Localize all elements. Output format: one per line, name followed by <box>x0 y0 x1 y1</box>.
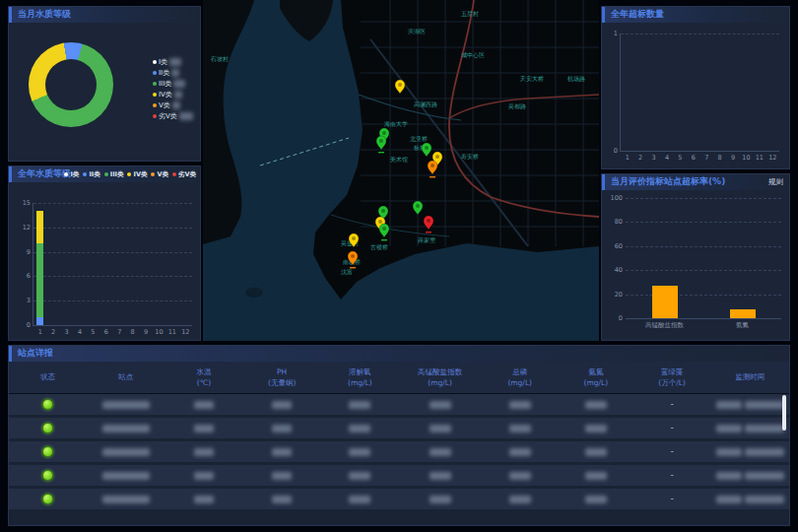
legend-dot <box>153 114 157 118</box>
redacted-value <box>430 496 451 503</box>
algae-value: - <box>671 400 674 409</box>
redacted-value <box>272 401 292 409</box>
map-label: 北亚桥 <box>410 135 428 143</box>
col-dissolved-oxygen: 溶解氧(mg/L) <box>321 366 399 389</box>
legend-item[interactable]: I类 <box>64 167 79 182</box>
redacted-value <box>509 496 531 503</box>
redacted-value <box>272 496 292 503</box>
redacted-time <box>745 425 784 432</box>
panel-station-report: 站点详报 状态 站点 水温(℃) PH(无量纲) 溶解氧(mg/L) 高锰酸盐指… <box>8 345 790 526</box>
year-grade-title: 全年水质等级 <box>18 168 71 178</box>
panel-year-exceedance: 全年超标数量 01123456789101112 <box>601 6 790 169</box>
algae-value: - <box>671 424 674 432</box>
map-label: 滨湖区 <box>408 28 426 34</box>
station-map[interactable]: 石坡村五星村滨湖区城中心区天安大桥机场路高澜西路吴都路海南大学北亚桥板桥寿安桥美… <box>203 0 599 341</box>
legend-dot <box>64 172 68 176</box>
col-status: 状态 <box>9 371 87 382</box>
redacted-value <box>272 425 292 432</box>
table-row[interactable]: - <box>9 489 789 509</box>
map-label: 古楼桥 <box>370 243 388 251</box>
legend-item[interactable]: III类 <box>153 78 193 89</box>
exceedance-title: 全年超标数量 <box>611 9 664 19</box>
legend-dot <box>104 172 108 176</box>
table-body: ----- <box>9 394 789 509</box>
status-normal-icon <box>42 470 53 481</box>
redacted-value <box>174 91 182 99</box>
exceedance-chart: 01123456789101112 <box>620 33 779 152</box>
legend-item[interactable]: II类 <box>153 67 193 78</box>
status-normal-icon <box>42 399 53 410</box>
legend-item[interactable]: 劣V类 <box>153 110 193 121</box>
redacted-value <box>172 101 180 109</box>
table-header-row: 状态 站点 水温(℃) PH(无量纲) 溶解氧(mg/L) 高锰酸盐指数(mg/… <box>9 362 789 394</box>
map-label: 海南大学 <box>384 120 408 127</box>
redacted-value <box>349 496 370 503</box>
legend-dot <box>153 60 157 64</box>
map-label: 吴都路 <box>508 102 526 110</box>
redacted-time <box>745 472 784 480</box>
redacted-value <box>194 496 214 503</box>
legend-dot <box>151 172 155 176</box>
station-report-title: 站点详报 <box>18 348 53 358</box>
redacted-value <box>272 448 292 456</box>
table-row[interactable]: - <box>9 394 789 415</box>
legend-dot <box>153 71 157 75</box>
year-grade-stacked-chart: 03691215123456789101112 <box>33 203 192 326</box>
redacted-value <box>349 472 370 480</box>
stack-legend: I类 II类 III类 IV类 V类 劣V类 <box>64 166 196 182</box>
redacted-time <box>745 496 784 503</box>
redacted-value <box>509 401 531 409</box>
algae-value: - <box>671 495 674 503</box>
exceedance-rate-chart: 020406080100高锰酸盐指数氨氮 <box>626 198 781 319</box>
col-algae: 蓝绿藻(万个/L) <box>633 366 711 389</box>
map-islet <box>245 288 263 298</box>
donut-legend: I类 II类 III类 IV类 V类 劣V类 <box>153 56 193 121</box>
redacted-date <box>716 401 742 409</box>
redacted-value <box>194 448 214 456</box>
table-row[interactable]: - <box>9 418 789 438</box>
legend-item[interactable]: I类 <box>153 56 193 67</box>
redacted-time <box>745 401 784 409</box>
rules-link[interactable]: 规则 <box>768 174 783 190</box>
legend-item[interactable]: IV类 <box>127 167 147 182</box>
map-label: 五星村 <box>461 10 479 18</box>
table-row[interactable]: - <box>9 441 789 462</box>
redacted-value <box>585 472 607 480</box>
map-label: 薛家里 <box>418 236 436 243</box>
redacted-value <box>349 401 370 409</box>
redacted-station-name <box>102 401 150 409</box>
legend-item[interactable]: IV类 <box>153 89 193 100</box>
redacted-value <box>585 401 607 409</box>
legend-dot <box>127 172 131 176</box>
map-label: 城中心区 <box>461 51 485 58</box>
redacted-value <box>171 69 179 77</box>
redacted-date <box>716 448 742 456</box>
dashboard: 当月水质等级 I类 II类 III类 IV类 V类 劣V类 全年水质等级 I类 … <box>0 0 798 532</box>
legend-item[interactable]: III类 <box>104 167 124 182</box>
legend-item[interactable]: 劣V类 <box>172 167 196 182</box>
col-station: 站点 <box>87 371 165 382</box>
redacted-date <box>716 496 742 503</box>
redacted-value <box>430 425 451 432</box>
redacted-station-name <box>102 448 150 456</box>
redacted-date <box>716 472 742 480</box>
map-label: 机场路 <box>567 75 585 83</box>
legend-item[interactable]: II类 <box>83 167 100 182</box>
legend-dot <box>153 103 157 107</box>
redacted-value <box>169 58 181 66</box>
redacted-value <box>349 425 370 432</box>
legend-item[interactable]: V类 <box>151 167 168 182</box>
panel-title: 全年水质等级 I类 II类 III类 IV类 V类 劣V类 <box>9 166 200 182</box>
legend-item[interactable]: V类 <box>153 100 193 110</box>
col-ph: PH(无量纲) <box>243 366 321 389</box>
month-grade-title: 当月水质等级 <box>18 9 71 19</box>
redacted-value <box>509 425 531 432</box>
algae-value: - <box>671 447 674 456</box>
redacted-value <box>585 448 607 456</box>
map-label: 寿安桥 <box>460 153 479 160</box>
redacted-value <box>179 112 193 120</box>
redacted-value <box>173 80 185 88</box>
table-scrollbar[interactable] <box>782 395 786 431</box>
table-row[interactable]: - <box>9 465 789 486</box>
redacted-date <box>716 425 742 432</box>
